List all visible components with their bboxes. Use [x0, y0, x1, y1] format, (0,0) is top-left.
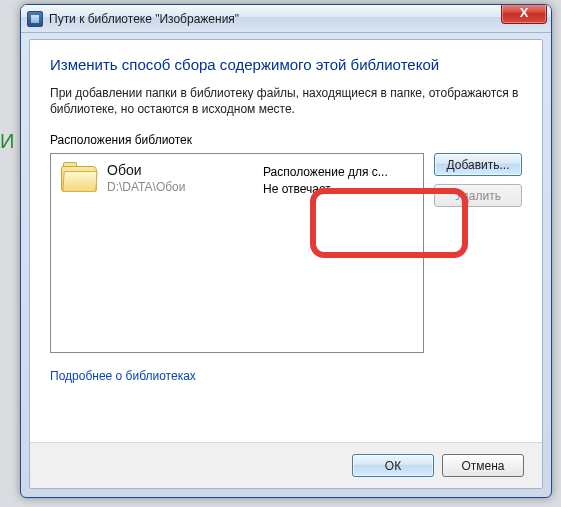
- client-area: Изменить способ сбора содержимого этой б…: [29, 39, 543, 489]
- app-icon: [27, 11, 43, 27]
- window-title: Пути к библиотеке "Изображения": [49, 12, 239, 26]
- close-button[interactable]: X: [501, 4, 547, 24]
- list-label: Расположения библиотек: [50, 133, 522, 147]
- dialog-description: При добавлении папки в библиотеку файлы,…: [50, 85, 522, 117]
- folder-icon: [61, 162, 97, 192]
- location-status: Расположение для с... Не отвечает: [263, 162, 413, 196]
- remove-button: Удалить: [434, 184, 522, 207]
- add-button[interactable]: Добавить...: [434, 153, 522, 176]
- location-status-line2: Не отвечает: [263, 181, 413, 197]
- learn-more-link[interactable]: Подробнее о библиотеках: [50, 369, 196, 383]
- dialog-footer: ОК Отмена: [30, 442, 542, 488]
- dialog-heading: Изменить способ сбора содержимого этой б…: [50, 56, 522, 73]
- cancel-button[interactable]: Отмена: [442, 454, 524, 477]
- location-status-line1: Расположение для с...: [263, 164, 413, 180]
- library-locations-dialog: Пути к библиотеке "Изображения" X Измени…: [20, 4, 552, 498]
- background-window-hint: И: [0, 130, 14, 180]
- titlebar[interactable]: Пути к библиотеке "Изображения" X: [21, 5, 551, 33]
- location-entry[interactable]: Обои D:\DATA\Обои Расположение для с... …: [51, 154, 423, 204]
- ok-button[interactable]: ОК: [352, 454, 434, 477]
- location-name: Обои: [107, 162, 185, 178]
- locations-listbox[interactable]: Обои D:\DATA\Обои Расположение для с... …: [50, 153, 424, 353]
- location-path: D:\DATA\Обои: [107, 180, 185, 194]
